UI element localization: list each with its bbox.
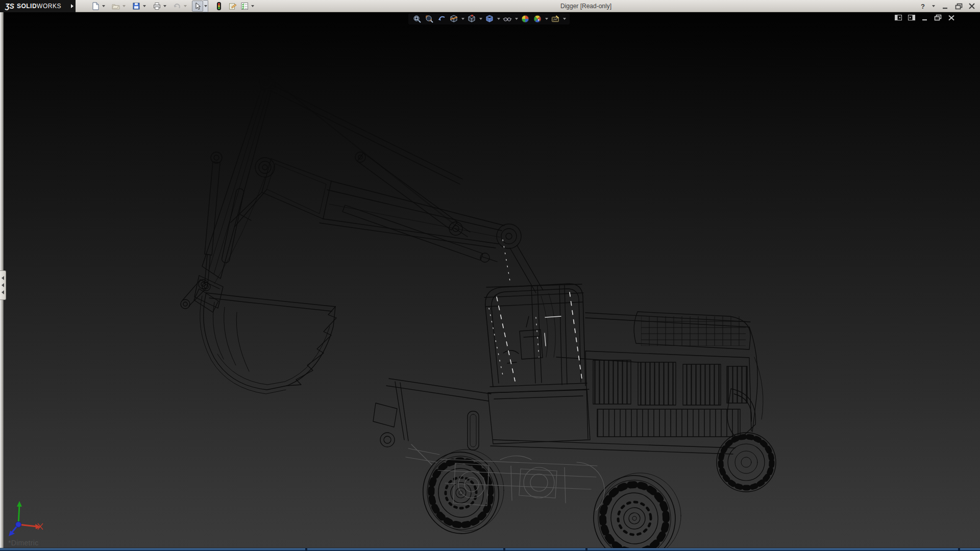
taskbar-segment [960,548,980,550]
minimize-document-button[interactable] [920,14,929,21]
triad-y-arrow [17,501,22,507]
edit-appearance-button[interactable] [520,14,531,24]
traffic-light-icon [214,2,224,11]
brand-name-bold: SOLID [17,3,37,10]
scene-sphere-icon [533,14,542,23]
open-folder-icon [111,2,120,11]
view-settings-icon [551,14,560,23]
brand-name-light: WORKS [37,3,61,10]
title-bar: ƷS SOLID WORKS [0,0,980,12]
options-checklist-icon [240,2,249,11]
pane-left-icon [894,14,902,21]
save-button[interactable] [131,1,142,12]
save-floppy-icon [132,2,141,11]
file-properties-button[interactable] [227,1,238,12]
heads-up-view-toolbar [408,13,570,24]
wheels [418,433,776,548]
display-style-button[interactable] [484,14,495,24]
taskbar-segment [307,548,503,550]
show-display-pane-button[interactable] [907,14,916,21]
help-button[interactable]: ? [918,2,928,11]
view-settings-button[interactable] [550,14,561,24]
undo-button[interactable] [172,1,183,12]
select-tool-caret[interactable] [203,0,208,12]
brand-glyph-icon: ƷS [5,2,14,10]
undo-icon [173,2,182,11]
previous-view-icon [437,14,446,23]
restore-button[interactable] [953,2,964,11]
section-view-icon [449,14,458,23]
apply-scene-button[interactable] [532,14,543,24]
close-button[interactable] [967,2,977,11]
expand-left-arrow-icon [2,290,4,294]
eyeglasses-icon [502,14,512,23]
expand-left-arrow-icon [2,276,4,280]
options-button[interactable] [239,1,250,12]
rebuild-button[interactable] [213,1,225,12]
help-caret[interactable] [931,1,936,12]
print-button[interactable] [151,1,162,12]
close-document-icon [948,15,955,21]
save-caret[interactable] [142,1,147,12]
appearance-sphere-icon [521,14,530,23]
restore-document-button[interactable] [934,14,942,21]
view-settings-caret[interactable] [562,14,567,24]
new-document-icon [91,2,100,11]
view-orientation-label: *Dimetric [8,539,38,547]
show-feature-pane-button[interactable] [894,14,902,21]
window-controls: ? [918,0,977,12]
select-cursor-icon [193,2,202,11]
open-document-caret[interactable] [121,1,127,12]
restore-icon [955,3,963,10]
apply-scene-caret[interactable] [544,14,549,24]
expand-arrow-icon [71,4,74,8]
triad-origin [16,522,21,528]
main-toolbar [90,0,259,12]
new-document-button[interactable] [90,1,101,12]
zoom-to-fit-icon [412,14,422,23]
display-style-icon [485,14,494,23]
expand-left-arrow-icon [2,283,4,287]
graphics-viewport[interactable]: *Dimetric [0,12,980,548]
wireframe-lines [181,75,763,454]
taskbar-segment [587,548,958,550]
taskbar-segment [505,548,585,550]
options-caret[interactable] [250,1,255,12]
restore-document-icon [934,14,942,21]
close-document-button[interactable] [947,14,955,21]
feature-panel-expand-tab[interactable] [0,270,6,300]
zoom-to-area-button[interactable] [424,14,435,24]
highlighted-edges [489,240,582,383]
menu-expand-button[interactable] [68,0,76,12]
minimize-button[interactable] [940,2,950,11]
hide-show-items-button[interactable] [502,14,513,24]
minimize-icon [942,3,949,9]
print-caret[interactable] [162,1,167,12]
undo-caret[interactable] [183,1,188,12]
window-title: Digger [Read-only] [531,0,641,12]
print-icon [152,2,161,11]
hide-show-items-caret[interactable] [514,14,519,24]
reference-triad [5,498,48,539]
wireframe-digger-model [0,12,980,548]
view-orientation-icon [467,14,476,23]
section-view-button[interactable] [448,14,459,24]
select-tool-button[interactable] [192,1,203,12]
view-orientation-button[interactable] [466,14,477,24]
taskbar-edge[interactable] [0,548,980,551]
view-orientation-caret[interactable] [478,14,483,24]
taskbar-segment [0,548,305,550]
section-view-caret[interactable] [460,14,465,24]
file-properties-icon [228,2,237,11]
zoom-to-fit-button[interactable] [411,14,423,24]
close-icon [968,3,975,9]
minimize-document-icon [921,15,928,21]
open-document-button[interactable] [110,1,121,12]
document-window-controls [894,14,955,21]
previous-view-button[interactable] [436,14,447,24]
solidworks-logo: ƷS SOLID WORKS [0,0,68,12]
zoom-to-area-icon [425,14,434,23]
pane-right-icon [908,14,916,21]
new-document-caret[interactable] [101,1,106,12]
display-style-caret[interactable] [496,14,501,24]
